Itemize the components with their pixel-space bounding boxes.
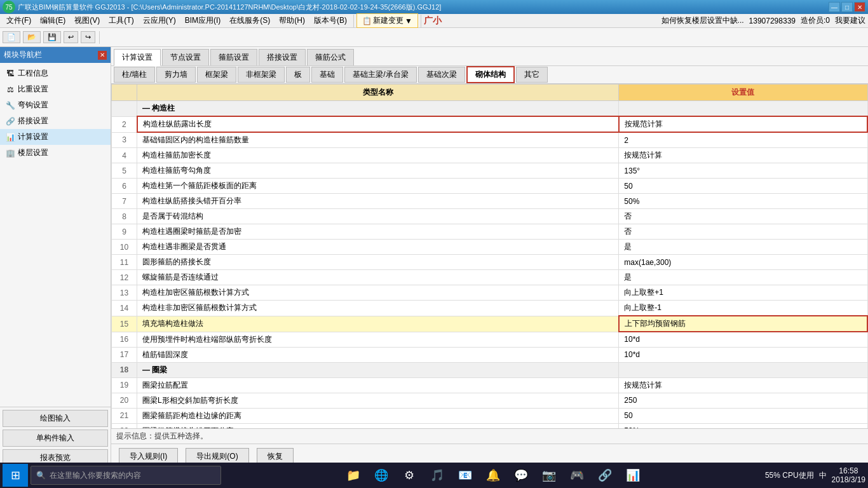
row-value[interactable]: 2 bbox=[619, 132, 867, 148]
tab-calc-settings[interactable]: 计算设置 bbox=[114, 49, 161, 66]
maximize-button[interactable]: □ bbox=[841, 2, 853, 12]
save-btn[interactable]: 💾 bbox=[43, 31, 61, 43]
sidebar-label-project-info: 工程信息 bbox=[18, 68, 48, 79]
row-value[interactable]: 否 bbox=[619, 224, 867, 240]
menu-bim[interactable]: BIM应用(I) bbox=[181, 14, 225, 27]
taskbar-icon-1[interactable]: 📁 bbox=[342, 464, 365, 487]
subtab-other[interactable]: 其它 bbox=[516, 67, 548, 83]
table-row: 12 螺旋箍筋是否连续通过 是 bbox=[112, 270, 868, 285]
row-num: 13 bbox=[112, 285, 137, 301]
taskbar-icon-5[interactable]: 📧 bbox=[454, 464, 477, 487]
sidebar-label-hook: 弯钩设置 bbox=[18, 100, 48, 111]
minimize-button[interactable]: — bbox=[829, 2, 840, 12]
subtab-non-frame-beam[interactable]: 非框架梁 bbox=[238, 67, 285, 83]
sidebar-item-weight[interactable]: ⚖ 比重设置 bbox=[0, 81, 111, 97]
undo-btn[interactable]: ↩ bbox=[64, 31, 78, 43]
row-value[interactable]: 135° bbox=[619, 163, 867, 179]
subtab-foundation[interactable]: 基础 bbox=[311, 67, 343, 83]
row-value[interactable]: 是 bbox=[619, 240, 867, 255]
row-value[interactable]: 50% bbox=[619, 423, 867, 428]
new-btn[interactable]: 📄 bbox=[3, 31, 20, 43]
row-value[interactable]: 250 bbox=[619, 393, 867, 408]
col-value: 设置值 bbox=[619, 85, 867, 101]
taskbar-icon-4[interactable]: 🎵 bbox=[426, 464, 449, 487]
table-row: 8 是否属于砖混结构 否 bbox=[112, 209, 868, 224]
sidebar-item-connect[interactable]: 🔗 搭接设置 bbox=[0, 113, 111, 129]
guanglian-logo: 广小 bbox=[424, 15, 442, 27]
row-value[interactable]: 50 bbox=[619, 179, 867, 194]
row-value[interactable]: max(1ae,300) bbox=[619, 255, 867, 270]
redo-btn[interactable]: ↪ bbox=[81, 31, 95, 43]
row-value[interactable]: 按规范计算 bbox=[619, 377, 867, 393]
sidebar-bottom: 绘图输入 单构件输入 报表预览 bbox=[0, 407, 111, 469]
taskbar-icon-9[interactable]: 🎮 bbox=[566, 464, 588, 487]
menu-file[interactable]: 文件(F) bbox=[3, 14, 35, 27]
draw-input-button[interactable]: 绘图输入 bbox=[3, 410, 108, 427]
taskbar-icon-11[interactable]: 📊 bbox=[621, 464, 644, 487]
menu-help[interactable]: 帮助(H) bbox=[275, 14, 309, 27]
close-button[interactable]: ✕ bbox=[854, 2, 865, 12]
row-value[interactable]: 10*d bbox=[619, 347, 867, 362]
sidebar-item-hook[interactable]: 🔧 弯钩设置 bbox=[0, 97, 111, 113]
row-value[interactable]: 向上取整-1 bbox=[619, 301, 867, 316]
row-value[interactable]: 上下部均预留钢筋 bbox=[619, 316, 867, 332]
row-value[interactable]: 是 bbox=[619, 270, 867, 285]
start-button[interactable]: ⊞ bbox=[3, 464, 28, 487]
tab-node-settings[interactable]: 节点设置 bbox=[162, 49, 209, 65]
table-row: 19 圈梁拉筋配置 按规范计算 bbox=[112, 377, 868, 393]
row-value[interactable]: 10*d bbox=[619, 332, 867, 347]
taskbar-right: 55% CPU使用 中 16:58 2018/3/19 bbox=[765, 466, 865, 484]
settings-table: 类型名称 设置值 — 构造柱 2 构造柱纵筋露出长度 按规范 bbox=[111, 84, 868, 428]
menu-version[interactable]: 版本号(B) bbox=[310, 14, 351, 27]
subtab-masonry[interactable]: 砌体结构 bbox=[466, 66, 515, 83]
menu-cloud[interactable]: 云应用(Y) bbox=[139, 14, 180, 27]
sidebar-close-button[interactable]: ✕ bbox=[98, 51, 107, 60]
single-component-button[interactable]: 单构件输入 bbox=[3, 430, 108, 447]
taskbar-icon-8[interactable]: 📷 bbox=[538, 464, 560, 487]
subtab-foundation-secondary[interactable]: 基础次梁 bbox=[418, 67, 465, 83]
taskbar-icon-2[interactable]: 🌐 bbox=[370, 464, 393, 487]
taskbar-icon-3[interactable]: ⚙ bbox=[398, 464, 421, 487]
taskbar-icon-7[interactable]: 💬 bbox=[510, 464, 532, 487]
row-value[interactable]: 按规范计算 bbox=[619, 116, 867, 132]
row-name: — 构造柱 bbox=[137, 101, 619, 117]
row-value[interactable]: 50% bbox=[619, 194, 867, 209]
menu-online[interactable]: 在线服务(S) bbox=[226, 14, 274, 27]
taskbar-search[interactable]: 🔍 在这里输入你要搜索的内容 bbox=[31, 466, 221, 485]
row-value[interactable]: 按规范计算 bbox=[619, 148, 867, 163]
sidebar-item-calc[interactable]: 📊 计算设置 bbox=[0, 129, 111, 145]
sidebar-item-project-info[interactable]: 🏗 工程信息 bbox=[0, 65, 111, 81]
phone-number: 13907298339 bbox=[749, 17, 796, 25]
subtab-foundation-beam[interactable]: 基础主梁/承台梁 bbox=[344, 67, 416, 83]
row-value[interactable]: 50 bbox=[619, 408, 867, 423]
tab-stirrup-settings[interactable]: 箍筋设置 bbox=[210, 49, 257, 65]
sidebar-item-floor[interactable]: 🏢 楼层设置 bbox=[0, 145, 111, 161]
taskbar-icon-10[interactable]: 🔗 bbox=[593, 464, 616, 487]
tab-connect-settings[interactable]: 搭接设置 bbox=[259, 49, 306, 65]
lang-indicator[interactable]: 中 bbox=[819, 470, 827, 481]
suggestion-button[interactable]: 我要建议 bbox=[835, 15, 865, 26]
menu-view[interactable]: 视图(V) bbox=[71, 14, 104, 27]
new-change-button[interactable]: 📋 新建变更 ▼ bbox=[356, 13, 418, 28]
table-row: 16 使用预埋件时构造柱端部纵筋弯折长度 10*d bbox=[112, 332, 868, 347]
row-name: 构造柱非加密区箍筋根数计算方式 bbox=[137, 301, 619, 316]
subtab-column[interactable]: 柱/墙柱 bbox=[114, 67, 155, 83]
row-value[interactable]: 否 bbox=[619, 209, 867, 224]
row-value bbox=[619, 101, 867, 117]
row-value[interactable]: 向上取整+1 bbox=[619, 285, 867, 301]
subtab-shear-wall[interactable]: 剪力墙 bbox=[156, 67, 196, 83]
row-num: 2 bbox=[112, 116, 137, 132]
menu-edit[interactable]: 编辑(E) bbox=[36, 14, 69, 27]
tab-stirrup-formula[interactable]: 箍筋公式 bbox=[307, 49, 354, 65]
row-num: 7 bbox=[112, 194, 137, 209]
row-name: 是否属于砖混结构 bbox=[137, 209, 619, 224]
sidebar-label-floor: 楼层设置 bbox=[18, 147, 48, 158]
row-num: 9 bbox=[112, 224, 137, 240]
row-name[interactable]: 构造柱纵筋露出长度 bbox=[137, 116, 619, 132]
subtab-frame-beam[interactable]: 框架梁 bbox=[197, 67, 236, 83]
taskbar-icon-6[interactable]: 🔔 bbox=[482, 464, 505, 487]
subtab-slab[interactable]: 板 bbox=[286, 67, 310, 83]
open-btn[interactable]: 📂 bbox=[23, 31, 41, 43]
toolbar-right: 如何恢复楼层设置中缺... 13907298339 造价员:0 我要建议 bbox=[661, 15, 865, 26]
menu-tools[interactable]: 工具(T) bbox=[105, 14, 137, 27]
